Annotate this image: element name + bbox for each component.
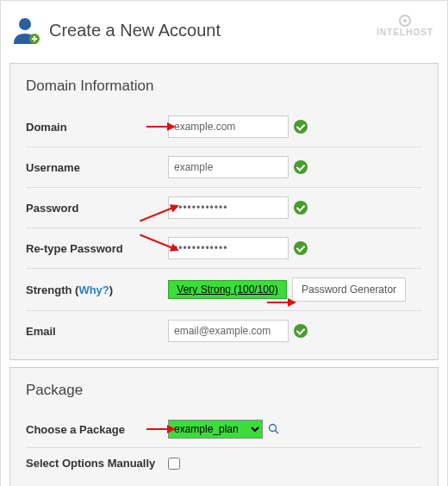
- manual-options-label: Select Options Manually: [26, 457, 168, 470]
- valid-check-icon: [294, 201, 308, 215]
- page-header: Create a New Account INTELHOST: [9, 9, 439, 56]
- search-icon[interactable]: [268, 423, 280, 435]
- manual-options-row: Select Options Manually: [26, 448, 422, 478]
- svg-point-3: [403, 19, 407, 22]
- package-select[interactable]: example_plan: [168, 420, 263, 439]
- manual-options-checkbox[interactable]: [168, 458, 180, 470]
- retype-label: Re-type Password: [26, 242, 168, 255]
- annotation-arrow-icon: [267, 298, 296, 307]
- svg-point-4: [270, 425, 277, 432]
- domain-input[interactable]: [168, 115, 289, 138]
- choose-package-row: Choose a Package example_plan: [26, 411, 422, 448]
- domain-row: Domain: [26, 107, 422, 147]
- annotation-arrow-icon: [146, 425, 176, 433]
- domain-info-panel: Domain Information Domain Username Passw…: [9, 63, 439, 360]
- strength-row: Strength (Why?) Very Strong (100/100) Pa…: [26, 269, 422, 311]
- username-input[interactable]: [168, 156, 289, 178]
- page-title: Create a New Account: [49, 21, 221, 40]
- password-generator-button[interactable]: Password Generator: [292, 277, 406, 302]
- retype-password-input[interactable]: [168, 237, 289, 259]
- email-input[interactable]: [168, 320, 289, 342]
- why-link[interactable]: Why?: [78, 284, 109, 296]
- package-panel: Package Choose a Package example_plan Se…: [9, 367, 439, 486]
- username-row: Username: [26, 147, 422, 188]
- annotation-arrow-icon: [146, 122, 176, 131]
- brand-logo: INTELHOST: [376, 15, 433, 37]
- user-plus-icon: [11, 15, 42, 46]
- email-row: Email: [26, 311, 422, 351]
- email-label: Email: [26, 325, 168, 338]
- username-label: Username: [26, 161, 168, 174]
- valid-check-icon: [294, 120, 308, 134]
- password-input[interactable]: [168, 196, 289, 219]
- valid-check-icon: [294, 241, 308, 255]
- svg-line-5: [276, 431, 279, 434]
- password-row: Password: [26, 188, 422, 228]
- svg-point-0: [19, 18, 31, 30]
- valid-check-icon: [294, 324, 308, 338]
- password-label: Password: [26, 202, 168, 215]
- strength-meter: Very Strong (100/100): [168, 280, 287, 299]
- panel-title: Domain Information: [26, 78, 422, 95]
- panel-title: Package: [26, 382, 422, 399]
- retype-password-row: Re-type Password: [26, 228, 422, 269]
- strength-label: Strength (Why?): [26, 284, 168, 296]
- valid-check-icon: [294, 160, 308, 174]
